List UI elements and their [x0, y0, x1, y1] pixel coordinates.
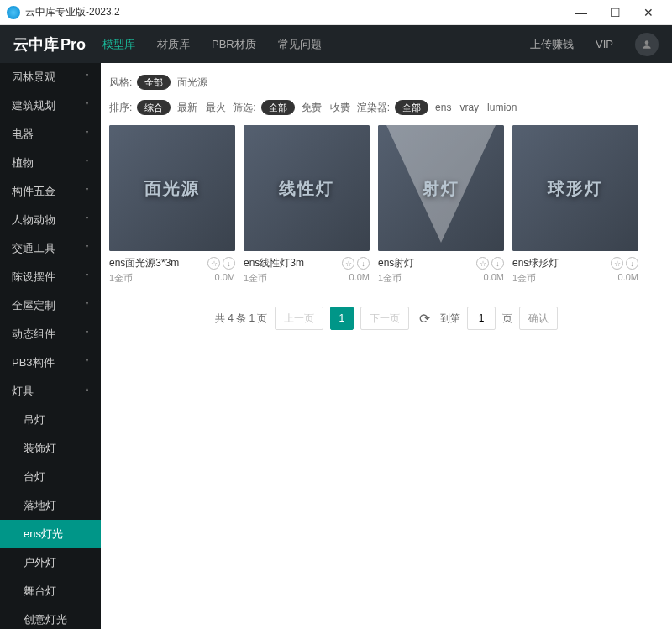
next-page-button[interactable]: 下一页	[360, 307, 409, 330]
sidebar-category-label: 交通工具	[12, 241, 55, 256]
filter-style-all[interactable]: 全部	[137, 75, 171, 90]
card-title: ens球形灯	[512, 256, 559, 270]
filter-select-all[interactable]: 全部	[261, 100, 295, 115]
favorite-icon[interactable]: ☆	[207, 257, 220, 270]
sidebar-category-label: 灯具	[12, 384, 34, 399]
card-thumbnail[interactable]: 射灯	[378, 125, 504, 251]
sidebar-sub-item[interactable]: 吊灯	[0, 406, 101, 434]
thumb-text: 线性灯	[279, 177, 334, 200]
user-avatar[interactable]	[635, 33, 659, 56]
chevron-down-icon: ˅	[85, 244, 89, 254]
card-size: 0.0M	[349, 272, 370, 285]
sidebar-category[interactable]: 交通工具˅	[0, 234, 101, 263]
sidebar-sub-item[interactable]: 装饰灯	[0, 434, 101, 463]
nav-item-3[interactable]: 常见问题	[278, 37, 322, 52]
filter-sort-newest[interactable]: 最新	[176, 101, 199, 115]
card-title: ens射灯	[378, 256, 414, 270]
card-size: 0.0M	[484, 272, 504, 285]
sidebar-category[interactable]: 园林景观˅	[0, 63, 101, 92]
sidebar-category[interactable]: 灯具˄	[0, 377, 101, 406]
prev-page-button[interactable]: 上一页	[275, 307, 323, 330]
sidebar-category[interactable]: 陈设摆件˅	[0, 263, 101, 291]
top-nav: 云中库 Pro 模型库材质库PBR材质常见问题 上传赚钱 VIP	[0, 25, 672, 63]
sidebar-category-label: 构件五金	[12, 184, 55, 199]
sidebar-category-label: 建筑规划	[12, 98, 55, 113]
download-icon[interactable]: ↓	[491, 257, 504, 270]
card-grid: 面光源 ens面光源3*3m ☆ ↓ 1金币 0.0M 线性灯 ens线性灯3m…	[109, 125, 664, 285]
filter-select-paid[interactable]: 收费	[328, 101, 352, 115]
chevron-down-icon: ˅	[85, 187, 89, 197]
download-icon[interactable]: ↓	[626, 257, 638, 270]
chevron-down-icon: ˅	[85, 301, 89, 311]
refresh-icon[interactable]: ⟳	[416, 311, 433, 327]
sidebar-category[interactable]: PB3构件˅	[0, 349, 101, 377]
filter-render-ens[interactable]: ens	[433, 102, 453, 113]
favorite-icon[interactable]: ☆	[611, 257, 623, 270]
sidebar-sub-item[interactable]: 户外灯	[0, 548, 101, 577]
filter-render-vray[interactable]: vray	[458, 102, 480, 113]
chevron-down-icon: ˅	[85, 159, 89, 168]
model-card[interactable]: 球形灯 ens球形灯 ☆ ↓ 1金币 0.0M	[512, 125, 638, 285]
card-thumbnail[interactable]: 球形灯	[512, 125, 638, 251]
sidebar-sub-item[interactable]: 台灯	[0, 463, 101, 491]
filter-select-free[interactable]: 免费	[300, 101, 323, 115]
card-price: 1金币	[109, 272, 133, 285]
minimize-button[interactable]: —	[564, 0, 598, 25]
thumb-text: 面光源	[144, 177, 200, 200]
favorite-icon[interactable]: ☆	[342, 257, 354, 270]
nav-item-2[interactable]: PBR材质	[212, 37, 256, 52]
filter-sort-hottest[interactable]: 最火	[204, 101, 228, 115]
sidebar-category[interactable]: 全屋定制˅	[0, 291, 101, 320]
model-card[interactable]: 射灯 ens射灯 ☆ ↓ 1金币 0.0M	[378, 125, 504, 285]
window-controls: — ☐ ✕	[564, 0, 665, 25]
nav-vip[interactable]: VIP	[596, 38, 613, 50]
card-thumbnail[interactable]: 线性灯	[244, 125, 370, 251]
page-input[interactable]	[467, 307, 496, 330]
page-1-button[interactable]: 1	[330, 307, 354, 330]
card-size: 0.0M	[618, 272, 638, 285]
sidebar-sub-item[interactable]: 落地灯	[0, 491, 101, 520]
window-title: 云中库专业版-2023.2	[25, 5, 564, 19]
model-card[interactable]: 面光源 ens面光源3*3m ☆ ↓ 1金币 0.0M	[109, 125, 235, 285]
chevron-up-icon: ˄	[85, 387, 89, 396]
pagination: 共 4 条 1 页 上一页 1 下一页 ⟳ 到第 页 确认	[109, 307, 664, 330]
sidebar-category[interactable]: 植物˅	[0, 149, 101, 177]
sidebar-category[interactable]: 构件五金˅	[0, 177, 101, 206]
filter-render-all[interactable]: 全部	[395, 100, 428, 115]
brand-logo: 云中库 Pro	[13, 34, 86, 55]
main-panel: 风格: 全部 面光源 排序: 综合 最新 最火 筛选: 全部 免费 收费 渲染器…	[101, 63, 672, 629]
nav-item-1[interactable]: 材质库	[157, 37, 190, 52]
maximize-button[interactable]: ☐	[598, 0, 632, 25]
chevron-down-icon: ˅	[85, 330, 89, 339]
filter-render-label: 渲染器:	[357, 101, 390, 115]
filter-render-lumion[interactable]: lumion	[486, 102, 518, 113]
close-button[interactable]: ✕	[632, 0, 665, 25]
sidebar-category[interactable]: 人物动物˅	[0, 206, 101, 234]
sidebar-sub-item[interactable]: 舞台灯	[0, 577, 101, 605]
page-summary: 共 4 条 1 页	[215, 312, 268, 326]
sidebar-category[interactable]: 建筑规划˅	[0, 92, 101, 120]
nav-item-0[interactable]: 模型库	[102, 37, 135, 52]
model-card[interactable]: 线性灯 ens线性灯3m ☆ ↓ 1金币 0.0M	[244, 125, 370, 285]
app-icon	[7, 6, 20, 19]
chevron-down-icon: ˅	[85, 273, 89, 282]
sidebar: 园林景观˅建筑规划˅电器˅植物˅构件五金˅人物动物˅交通工具˅陈设摆件˅全屋定制…	[0, 63, 101, 629]
card-title: ens面光源3*3m	[109, 256, 179, 270]
chevron-down-icon: ˅	[85, 359, 89, 368]
sidebar-category[interactable]: 动态组件˅	[0, 320, 101, 349]
download-icon[interactable]: ↓	[223, 257, 235, 270]
sidebar-category-label: 陈设摆件	[12, 270, 55, 285]
jump-confirm-button[interactable]: 确认	[519, 307, 558, 330]
favorite-icon[interactable]: ☆	[476, 257, 489, 270]
sidebar-sub-item[interactable]: 创意灯光	[0, 605, 101, 629]
filter-sort-all[interactable]: 综合	[137, 100, 171, 115]
filter-style-opt[interactable]: 面光源	[176, 76, 209, 90]
download-icon[interactable]: ↓	[357, 257, 370, 270]
brand-suffix: Pro	[60, 36, 86, 54]
sidebar-category[interactable]: 电器˅	[0, 120, 101, 149]
card-thumbnail[interactable]: 面光源	[109, 125, 235, 251]
nav-upload[interactable]: 上传赚钱	[530, 37, 574, 52]
sidebar-sub-item[interactable]: ens灯光	[0, 520, 101, 548]
jump-label: 到第	[440, 312, 460, 326]
svg-point-0	[645, 40, 649, 45]
